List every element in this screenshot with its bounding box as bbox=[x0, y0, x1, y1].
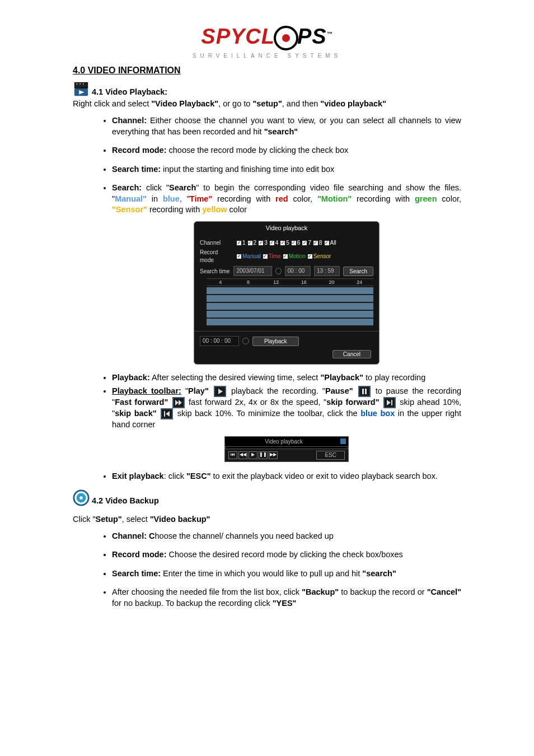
bullet-record-mode: Record mode: choose the record mode by c… bbox=[112, 145, 461, 156]
bullet-toolbar: Playback toolbar: "Play" playback the re… bbox=[112, 386, 461, 462]
video-playback-dialog: Video playback Channel ✓1 ✓2 ✓3 ✓4 ✓5 ✓6… bbox=[194, 221, 380, 365]
logo-text-right: PS bbox=[297, 25, 327, 48]
clock-icon bbox=[242, 338, 249, 344]
bullet-playback: Playback: After selecting the desired vi… bbox=[112, 372, 461, 384]
logo-eye-icon bbox=[274, 26, 298, 50]
mode-checks: ✓Manual ✓Time ✓Motion ✓Sensor bbox=[237, 253, 331, 260]
skip-back-icon bbox=[161, 408, 173, 419]
bullet-42-channel: Channel: Choose the channel/ channels yo… bbox=[112, 531, 461, 542]
svg-rect-7 bbox=[362, 389, 364, 394]
svg-point-1 bbox=[77, 83, 78, 85]
subhead-4-2: 4.2 Video Backup bbox=[73, 489, 461, 506]
svg-rect-12 bbox=[391, 400, 392, 405]
time-to-input[interactable]: 13 : 59 bbox=[314, 266, 340, 276]
playback-button[interactable]: Playback bbox=[252, 337, 299, 347]
cancel-button[interactable]: Cancel bbox=[332, 350, 371, 358]
bullet-42-after: After choosing the needed file from the … bbox=[112, 587, 461, 609]
logo-subtitle: SURVEILLANCE SYSTEMS bbox=[193, 52, 342, 60]
logo: SPYCLPS™ SURVEILLANCE SYSTEMS bbox=[73, 22, 461, 61]
intro-4-1: Right click and select "Video Playback",… bbox=[73, 99, 461, 110]
subhead-4-1: 4.1 Video Playback: bbox=[73, 81, 461, 97]
svg-marker-6 bbox=[218, 389, 223, 394]
playback-icon bbox=[73, 81, 90, 97]
play-icon bbox=[214, 386, 226, 397]
bullet-channel: Channel: Either choose the channel you w… bbox=[112, 115, 461, 137]
date-input[interactable]: 2003/07/01 bbox=[233, 266, 271, 276]
mini-ff-icon[interactable]: ▶▶ bbox=[269, 451, 278, 459]
section-title: 4.0 VIDEO INFORMATION bbox=[73, 64, 461, 77]
mini-play-icon[interactable]: ▶ bbox=[249, 451, 257, 459]
skip-forward-icon bbox=[383, 397, 396, 408]
mini-esc-button[interactable]: ESC bbox=[316, 451, 345, 460]
svg-marker-11 bbox=[387, 400, 391, 405]
backup-icon bbox=[73, 489, 90, 506]
dialog-title: Video playback bbox=[194, 222, 379, 235]
channel-checks: ✓1 ✓2 ✓3 ✓4 ✓5 ✓6 ✓7 ✓8 ✓All bbox=[237, 239, 336, 247]
bullet-42-record: Record mode: Choose the desired record m… bbox=[112, 549, 461, 561]
svg-marker-10 bbox=[179, 400, 182, 405]
svg-point-2 bbox=[79, 83, 81, 85]
intro-4-2: Click "Setup", select "Video backup" bbox=[73, 514, 461, 525]
calendar-icon[interactable] bbox=[275, 268, 282, 274]
minimize-box-icon[interactable] bbox=[340, 438, 346, 444]
mini-pause-icon[interactable]: ❚❚ bbox=[259, 451, 268, 459]
svg-point-17 bbox=[79, 496, 83, 500]
bullet-42-searchtime: Search time: Enter the time in which you… bbox=[112, 568, 461, 580]
svg-rect-8 bbox=[365, 389, 367, 394]
bullet-exit-playback: Exit playback: click "ESC" to exit the p… bbox=[112, 471, 461, 482]
bullet-search-time: Search time: input the starting and fini… bbox=[112, 164, 461, 175]
mini-step-back-icon[interactable]: ◀◀ bbox=[238, 451, 247, 459]
fast-forward-icon bbox=[172, 397, 185, 408]
playback-time: 00 : 00 : 00 bbox=[200, 336, 239, 346]
svg-marker-9 bbox=[175, 400, 179, 405]
time-from-input[interactable]: 00 : 00 bbox=[285, 266, 311, 276]
svg-rect-13 bbox=[164, 411, 165, 417]
mini-skip-back-icon[interactable]: ⏮ bbox=[228, 451, 237, 459]
search-button[interactable]: Search bbox=[343, 267, 373, 277]
svg-marker-14 bbox=[166, 411, 170, 417]
timeline-tracks bbox=[207, 287, 373, 326]
svg-point-3 bbox=[83, 83, 84, 85]
pause-icon bbox=[358, 386, 371, 397]
bullet-search: Search: click "Search" to begin the corr… bbox=[112, 183, 461, 365]
logo-text-left: SPYCL bbox=[201, 25, 275, 48]
playback-mini-toolbar: Video playback ⏮ ◀◀ ▶ ❚❚ ▶▶ ESC bbox=[224, 436, 349, 462]
